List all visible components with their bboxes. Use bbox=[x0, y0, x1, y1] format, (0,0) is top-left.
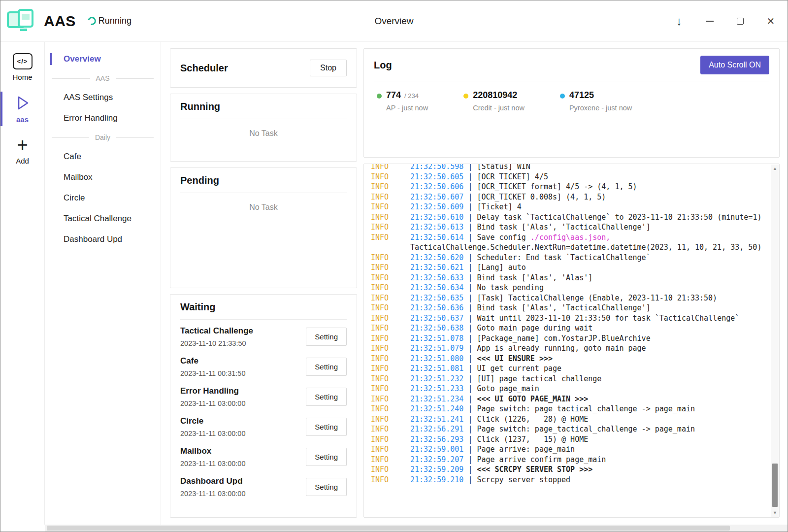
nav-item-cafe[interactable]: Cafe bbox=[45, 146, 161, 167]
dashboard-stats: 774/ 234AP - just now220810942Credit - j… bbox=[364, 81, 779, 132]
log-timestamp: 21:32:56.291 bbox=[410, 425, 463, 433]
waiting-task-info: Circle2023-11-11 03:00:00 bbox=[180, 416, 246, 437]
sidebar-item-home[interactable]: </> Home bbox=[0, 48, 44, 87]
waiting-task-info: Mailbox2023-11-11 03:00:00 bbox=[180, 446, 246, 467]
log-timestamp: 21:32:50.614 bbox=[410, 233, 463, 242]
nav-item-mailbox[interactable]: Mailbox bbox=[45, 167, 161, 188]
log-level: INFO bbox=[371, 475, 410, 485]
waiting-task-time: 2023-11-11 00:31:50 bbox=[180, 369, 246, 377]
scroll-down-arrow-icon[interactable]: ▼ bbox=[771, 510, 779, 515]
nav-item-circle[interactable]: Circle bbox=[45, 188, 161, 208]
stat-value-row: 220810942 bbox=[473, 90, 525, 100]
stat-label: AP - just now bbox=[386, 104, 428, 112]
log-lines: INFO21:32:50.598 | [Status] WININFO21:32… bbox=[371, 164, 764, 485]
scheduler-title: Scheduler bbox=[180, 63, 228, 74]
log-line: INFO21:32:51.233 | Goto page_main bbox=[371, 384, 764, 394]
log-message: 21:32:51.079 | App is already running, g… bbox=[410, 343, 764, 354]
log-line: INFO21:32:50.607 | [OCR_TICKET 0.008s] (… bbox=[371, 192, 764, 202]
waiting-task-row: Tactical Challenge2023-11-10 21:33:50Set… bbox=[170, 322, 357, 352]
nav-item-error-handling[interactable]: Error Handling bbox=[45, 108, 161, 129]
stat-dot-icon bbox=[463, 94, 468, 99]
waiting-task-info: Cafe2023-11-11 00:31:50 bbox=[180, 356, 246, 377]
log-text: Page arrive: page_main bbox=[477, 445, 575, 454]
log-message: 21:32:50.598 | [Status] WIN bbox=[410, 164, 764, 172]
log-message: 21:32:51.241 | Click (1226, 28) @ HOME bbox=[410, 414, 764, 425]
log-line: INFO21:32:56.291 | Page switch: page_tac… bbox=[371, 424, 764, 434]
task-setting-button[interactable]: Setting bbox=[306, 388, 347, 406]
sidebar-item-aas[interactable]: aas bbox=[0, 89, 44, 129]
log-timestamp: 21:32:50.621 bbox=[410, 263, 463, 272]
scroll-up-arrow-icon[interactable]: ▲ bbox=[771, 166, 779, 171]
stat-body: 47125Pyroxene - just now bbox=[569, 90, 632, 112]
sidebar-item-label: aas bbox=[16, 115, 29, 124]
waiting-task-time: 2023-11-10 21:33:50 bbox=[180, 339, 253, 347]
log-timestamp: 21:32:51.240 bbox=[410, 404, 463, 413]
log-timestamp: 21:32:56.293 bbox=[410, 435, 463, 444]
plus-icon: + bbox=[17, 136, 28, 153]
log-level: INFO bbox=[371, 303, 410, 313]
auto-scroll-button[interactable]: Auto Scroll ON bbox=[700, 56, 769, 74]
log-card: Log Auto Scroll ON 774/ 234AP - just now… bbox=[363, 48, 780, 158]
log-timestamp: 21:32:50.610 bbox=[410, 213, 463, 222]
code-icon: </> bbox=[13, 53, 33, 69]
divider-line bbox=[116, 78, 154, 79]
task-setting-button[interactable]: Setting bbox=[306, 478, 347, 496]
waiting-task-name: Cafe bbox=[180, 356, 246, 366]
task-setting-button[interactable]: Setting bbox=[306, 448, 347, 466]
log-level: INFO bbox=[371, 273, 410, 283]
log-message: 21:32:50.610 | Delay task `TacticalChall… bbox=[410, 212, 764, 223]
waiting-task-list: Tactical Challenge2023-11-10 21:33:50Set… bbox=[170, 320, 357, 504]
horizontal-scrollbar-thumb[interactable] bbox=[47, 526, 730, 531]
log-timestamp: 21:32:51.079 bbox=[410, 344, 463, 353]
log-timestamp: 21:32:51.241 bbox=[410, 415, 463, 424]
log-scrollbar[interactable]: ▲ ▼ bbox=[771, 165, 779, 517]
log-message: 21:32:50.637 | Wait until 2023-11-10 21:… bbox=[410, 313, 764, 324]
log-line: INFO21:32:50.609 | [Ticket] 4 bbox=[371, 202, 764, 212]
dashboard-stat: 220810942Credit - just now bbox=[463, 90, 525, 112]
nav-item-tactical-challenge[interactable]: Tactical Challenge bbox=[45, 208, 161, 229]
task-setting-button[interactable]: Setting bbox=[306, 418, 347, 436]
log-level: INFO bbox=[371, 465, 410, 475]
titlebar: AAS Running Overview ↓ ✕ bbox=[0, 0, 788, 42]
stat-value: 47125 bbox=[569, 90, 594, 100]
hide-to-tray-button[interactable]: ↓ bbox=[673, 15, 685, 27]
horizontal-scrollbar[interactable] bbox=[45, 525, 788, 532]
log-timestamp: 21:32:50.634 bbox=[410, 283, 463, 292]
log-line: INFO21:32:50.638 | Goto main page during… bbox=[371, 323, 764, 333]
task-setting-button[interactable]: Setting bbox=[306, 328, 347, 346]
window-title: Overview bbox=[374, 16, 413, 27]
log-line: INFO21:32:50.613 | Bind task ['Alas', 'T… bbox=[371, 222, 764, 233]
log-message: 21:32:59.209 | <<< SCRCPY SERVER STOP >>… bbox=[410, 465, 764, 475]
log-scrollbar-thumb[interactable] bbox=[772, 464, 778, 507]
log-line: INFO21:32:51.232 | [UI] page_tactical_ch… bbox=[371, 374, 764, 384]
close-button[interactable]: ✕ bbox=[765, 15, 777, 27]
task-setting-button[interactable]: Setting bbox=[306, 358, 347, 376]
sidebar-item-label: Home bbox=[12, 73, 32, 81]
log-text: Goto main page during wait bbox=[477, 324, 592, 332]
scheduler-card: Scheduler Stop bbox=[170, 48, 357, 88]
close-icon: ✕ bbox=[767, 16, 775, 26]
stat-label: Pyroxene - just now bbox=[569, 104, 632, 112]
log-message: 21:32:51.081 | UI get current page bbox=[410, 364, 764, 374]
stop-button[interactable]: Stop bbox=[310, 60, 347, 76]
main-content: Scheduler Stop Running No Task Pending N… bbox=[161, 42, 788, 525]
log-message: 21:32:50.609 | [Ticket] 4 bbox=[410, 202, 764, 212]
nav-item-aas-settings[interactable]: AAS Settings bbox=[45, 87, 161, 108]
log-timestamp: 21:32:51.078 bbox=[410, 334, 463, 343]
log-text: <<< UI ENSURE >>> bbox=[477, 354, 553, 363]
minimize-button[interactable] bbox=[704, 15, 716, 27]
nav-item-overview[interactable]: Overview bbox=[45, 49, 161, 69]
sidebar-item-add[interactable]: + Add bbox=[0, 131, 44, 170]
maximize-button[interactable] bbox=[734, 15, 746, 27]
stat-value: 220810942 bbox=[473, 90, 517, 100]
stat-dot-icon bbox=[560, 94, 565, 99]
log-message: 21:32:59.001 | Page arrive: page_main bbox=[410, 444, 764, 455]
log-level: INFO bbox=[371, 233, 410, 253]
log-message: 21:32:50.620 | Scheduler: End task `Tact… bbox=[410, 253, 764, 263]
log-text: <<< SCRCPY SERVER STOP >>> bbox=[477, 465, 592, 474]
log-line: INFO21:32:59.210 | Scrcpy server stopped bbox=[371, 475, 764, 485]
nav-item-dashboard-upd[interactable]: Dashboard Upd bbox=[45, 229, 161, 250]
log-message: 21:32:51.080 | <<< UI ENSURE >>> bbox=[410, 354, 764, 364]
log-timestamp: 21:32:50.633 bbox=[410, 273, 463, 282]
log-message: 21:32:50.633 | Bind task ['Alas', 'Alas'… bbox=[410, 273, 764, 283]
